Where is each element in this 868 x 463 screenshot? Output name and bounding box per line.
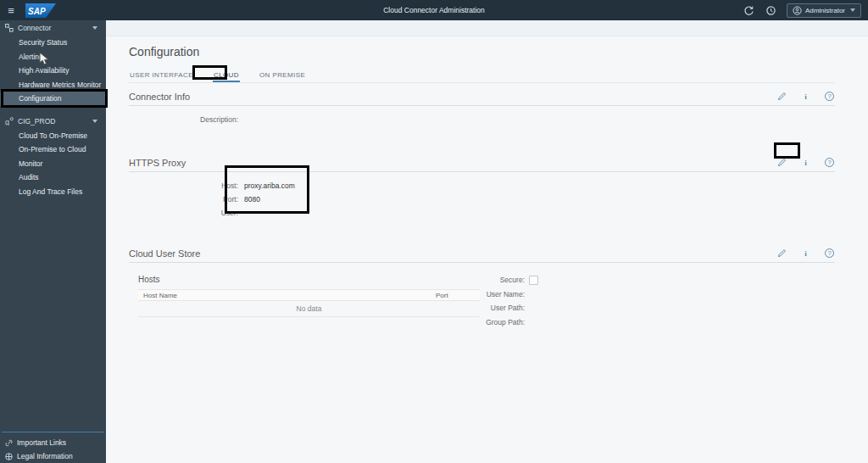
info-icon[interactable]: i — [800, 248, 811, 259]
hosts-table: Host Name Port No data — [138, 289, 480, 317]
sidebar-item-log-and-trace-files[interactable]: Log And Trace Files — [0, 185, 106, 199]
secure-checkbox[interactable] — [529, 276, 538, 285]
main-content: Configuration USER INTERFACE CLOUD ON PR… — [106, 20, 868, 463]
tab-cloud[interactable]: CLOUD — [213, 70, 240, 82]
sidebar-item-legal-information[interactable]: Legal Information — [0, 449, 106, 463]
sidebar-item-monitor[interactable]: Monitor — [0, 157, 106, 171]
info-icon[interactable]: i — [800, 157, 811, 168]
sidebar-item-high-availability[interactable]: High Availability — [0, 64, 106, 78]
sidebar-item-audits[interactable]: Audits — [0, 170, 106, 185]
sidebar-footer-label: Important Links — [17, 438, 66, 447]
description-label: Description: — [129, 115, 244, 124]
section-cloud-user-store: Cloud User Store i ? Hosts Host Name — [129, 248, 835, 341]
info-icon[interactable]: i — [800, 91, 811, 102]
sidebar-item-cloud-to-on-premise[interactable]: Cloud To On-Premise — [0, 129, 106, 143]
proxy-port-label: Port: — [129, 195, 244, 204]
topbar: ≡ SAP Cloud Connector Administration — [0, 0, 868, 20]
user-name-label: User Name: — [468, 290, 529, 298]
edit-pencil-icon[interactable] — [776, 91, 787, 102]
app-title: Cloud Connector Administration — [0, 6, 868, 14]
chevron-down-icon — [92, 120, 97, 123]
help-icon[interactable]: ? — [824, 91, 835, 102]
chevron-down-icon — [850, 8, 855, 12]
section-title: HTTPS Proxy — [129, 158, 776, 168]
proxy-host-value: proxy.ariba.com — [244, 181, 295, 190]
sidebar-item-alerting[interactable]: Alerting — [0, 50, 106, 64]
sidebar-item-on-premise-to-cloud[interactable]: On-Premise to Cloud — [0, 142, 106, 157]
edit-pencil-icon[interactable] — [776, 157, 787, 168]
page-title: Configuration — [129, 45, 835, 59]
section-https-proxy: HTTPS Proxy i ? Host: proxy.ariba.com — [129, 157, 835, 220]
sidebar-divider — [2, 432, 104, 432]
sidebar-group-label: CIG_PROD — [18, 117, 88, 126]
proxy-host-label: Host: — [129, 181, 244, 190]
legal-info-icon — [5, 453, 13, 460]
cloud-user-store-fields: Secure: User Name: User Path: Group — [468, 273, 538, 329]
help-icon[interactable]: ? — [824, 248, 835, 259]
sidebar-item-security-status[interactable]: Security Status — [0, 36, 106, 50]
sap-logo-icon: SAP — [25, 3, 56, 18]
group-path-label: Group Path: — [468, 318, 529, 326]
sidebar-item-important-links[interactable]: Important Links — [0, 436, 106, 449]
hosts-table-empty: No data — [138, 301, 480, 317]
sidebar-group-cig-prod[interactable]: g CIG_PROD — [0, 114, 106, 129]
section-title: Connector Info — [129, 92, 776, 102]
proxy-user-label: User: — [129, 209, 244, 217]
section-connector-info: Connector Info i ? Description: — [129, 91, 835, 126]
app-window: ≡ SAP Cloud Connector Administration — [0, 0, 868, 463]
sidebar-group-connector[interactable]: Connector — [0, 20, 106, 36]
proxy-port-value: 8080 — [244, 195, 260, 204]
tab-on-premise[interactable]: ON PREMISE — [259, 70, 306, 82]
hosts-table-header: Host Name Port — [138, 289, 480, 301]
refresh-icon[interactable] — [743, 3, 756, 17]
header-strip — [106, 20, 868, 36]
menu-hamburger-icon[interactable]: ≡ — [0, 4, 22, 17]
svg-text:SAP: SAP — [28, 6, 46, 15]
chevron-down-icon — [92, 26, 97, 30]
secure-label: Secure: — [468, 276, 529, 284]
user-menu-label: Administrator — [805, 7, 845, 14]
sidebar: Connector Security Status Alerting High … — [0, 20, 106, 463]
user-path-label: User Path: — [468, 304, 529, 312]
sidebar-footer: Important Links Legal Information — [0, 432, 106, 463]
subaccount-icon: g — [5, 117, 14, 126]
person-icon — [793, 6, 802, 15]
svg-text:g: g — [5, 118, 9, 126]
sidebar-footer-label: Legal Information — [17, 452, 73, 460]
tab-user-interface[interactable]: USER INTERFACE — [129, 70, 194, 82]
section-title: Cloud User Store — [129, 248, 776, 259]
sidebar-item-hardware-metrics-monitor[interactable]: Hardware Metrics Monitor — [0, 78, 106, 92]
help-icon[interactable]: ? — [824, 157, 835, 168]
edit-pencil-icon[interactable] — [776, 248, 787, 259]
sidebar-group-label: Connector — [18, 24, 88, 32]
col-host-name: Host Name — [143, 292, 436, 299]
tab-bar: USER INTERFACE CLOUD ON PREMISE — [129, 70, 835, 83]
sidebar-item-configuration[interactable]: Configuration — [0, 92, 106, 106]
user-menu[interactable]: Administrator — [787, 3, 861, 18]
auto-refresh-timer-icon[interactable] — [765, 3, 778, 17]
connector-nodes-icon — [5, 24, 14, 32]
link-icon — [5, 439, 13, 447]
